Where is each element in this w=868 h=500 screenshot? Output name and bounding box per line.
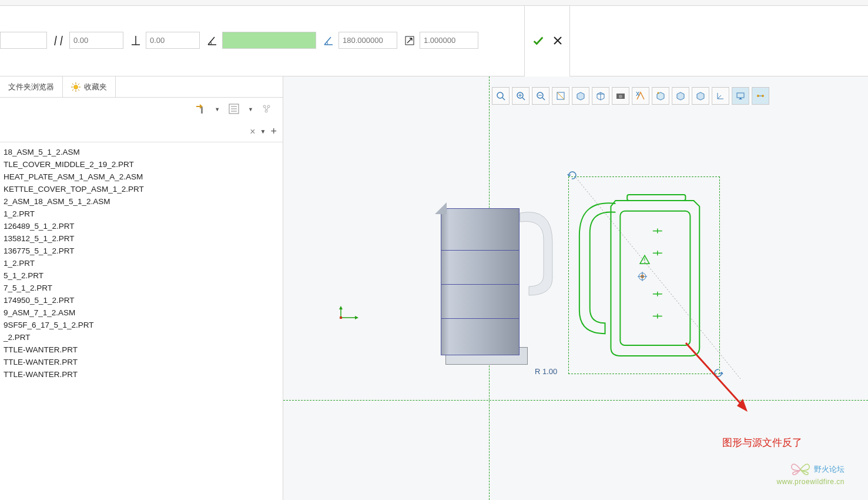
svg-line-59 [686,343,742,405]
watermark: 野火论坛 www.proewildfire.cn [776,461,844,486]
zoom-out-icon[interactable] [532,87,549,105]
tree-item[interactable]: 135812_5_1_2.PRT [1,232,283,245]
svg-line-19 [502,98,505,100]
tree-item[interactable]: KETTLE_COVER_TOP_ASM_1_2.PRT [1,183,283,195]
tree-item[interactable]: 174950_5_1_2.PRT [1,294,283,306]
tab-label: 收藏夹 [84,82,107,92]
svg-line-6 [72,84,73,85]
angle-highlight-value[interactable] [222,32,316,49]
tree-item[interactable]: HEAT_PLATE_ASM_1_ASM_A_2.ASM [1,171,283,183]
tree-item[interactable]: 9_ASM_7_1_2.ASM [1,306,283,319]
perpendicular-icon [129,34,142,47]
svg-marker-39 [355,316,358,319]
watermark-title: 野火论坛 [814,464,844,475]
viewport[interactable]: x [283,76,868,500]
svg-line-25 [542,98,545,100]
tree-item[interactable]: 1_2.PRT [1,257,283,269]
offset-value[interactable] [0,32,47,49]
display-style-icon[interactable] [572,87,589,105]
svg-line-8 [78,84,79,85]
scale-value[interactable] [420,32,478,49]
tab-folder-browser[interactable]: 文件夹浏览器 [0,76,63,97]
svg-rect-40 [340,316,342,319]
datum-point-icon[interactable] [652,87,669,105]
butterfly-icon [790,461,810,478]
csys-marker [335,305,361,324]
angle-value[interactable] [339,32,397,49]
tree-item[interactable]: 5_1_2.PRT [1,269,283,282]
search-row: × ▼ + [0,121,283,142]
saved-views-icon[interactable] [592,87,609,105]
tab-favorites[interactable]: 收藏夹 [63,76,116,97]
svg-line-21 [522,98,525,100]
list-icon[interactable] [228,103,240,116]
clear-search-icon[interactable]: × [250,126,255,137]
tree-item[interactable]: TLE_COVER_MIDDLE_2_19_2.PRT [1,158,283,171]
svg-point-16 [267,105,270,108]
datum-csys-icon[interactable] [692,87,709,105]
watermark-url: www.proewildfire.cn [776,478,844,486]
center-handle[interactable] [638,272,647,281]
viewport-toolbar: x [492,87,769,105]
dropdown-caret[interactable]: ▼ [215,106,220,112]
parallel-value[interactable] [69,32,123,49]
scale-readout-text: R 1.00 [535,367,557,376]
confirm-group [524,6,570,76]
coord-sys-icon[interactable] [712,87,729,105]
svg-point-18 [497,92,503,98]
ribbon-tabs [0,0,868,6]
favorites-icon [71,82,81,92]
tree-item[interactable]: 7_5_1_2.PRT [1,282,283,294]
left-panel: 文件夹浏览器 收藏夹 ▼ ▼ × ▼ + 18_ASM_5_1_2.ASMTLE… [0,76,283,500]
subtab-bar: 文件夹浏览器 收藏夹 [0,76,283,98]
tree-item[interactable]: TTLE-WANTER.PRT [1,344,283,356]
annotation-text: 图形与源文件反了 [722,436,802,449]
camera-icon[interactable] [612,87,629,105]
svg-point-52 [644,262,645,263]
svg-point-29 [619,95,622,98]
scale-icon [403,34,416,47]
tree-item[interactable]: 136775_5_1_2.PRT [1,245,283,257]
refit-icon[interactable] [492,87,510,105]
rotate-handle[interactable] [567,170,577,181]
svg-rect-32 [737,93,744,98]
datum-plane-icon[interactable] [672,87,689,105]
dimension-bar [0,6,868,76]
tree-item[interactable]: TTLE-WANTER.PRT [1,368,283,381]
search-input[interactable] [6,124,245,139]
hammer-icon[interactable] [195,103,206,116]
repaint-icon[interactable] [552,87,569,105]
annotation-display-icon[interactable] [732,87,749,105]
kettle-handle [517,207,558,301]
tree-item[interactable]: 2_ASM_18_ASM_5_1_2.ASM [1,195,283,208]
search-caret[interactable]: ▼ [260,128,266,135]
zoom-in-icon[interactable] [512,87,529,105]
tree-item[interactable]: _2.PRT [1,331,283,344]
add-icon[interactable]: + [270,125,277,138]
cancel-button[interactable] [553,36,562,47]
perpendicular-value[interactable] [146,32,200,49]
accept-button[interactable] [532,34,545,49]
perpendicular-input [129,32,200,49]
tree-item[interactable]: 18_ASM_5_1_2.ASM [1,146,283,158]
svg-marker-37 [339,306,343,309]
filter-icon[interactable] [262,103,273,116]
svg-point-17 [265,110,267,112]
svg-text:x: x [636,91,640,98]
tree-item[interactable]: 1_2.PRT [1,208,283,220]
offset-input [0,32,47,49]
svg-point-31 [658,92,659,94]
angle2-icon [322,34,335,47]
tree-item[interactable]: 9SF5F_6_17_5_1_2.PRT [1,319,283,331]
angle-icon [206,34,219,47]
datum-axis-icon[interactable]: x [632,87,649,105]
dropdown-caret[interactable]: ▼ [248,106,253,112]
tree-item[interactable]: 126489_5_1_2.PRT [1,220,283,232]
parallel-icon [53,34,66,47]
svg-line-9 [72,89,73,91]
scale-readout: R 1.00 [535,367,559,393]
spin-center-icon[interactable] [752,87,769,105]
angle-highlight-input [206,32,316,49]
svg-point-34 [762,95,764,97]
tree-item[interactable]: TTLE-WANTER.PRT [1,356,283,368]
